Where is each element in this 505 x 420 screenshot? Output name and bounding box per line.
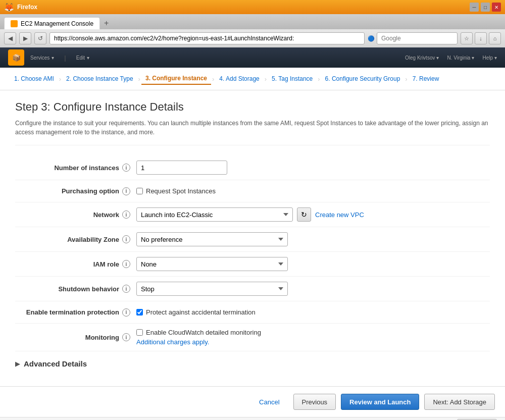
edit-menu[interactable]: Edit ▾	[76, 55, 89, 61]
forward-button[interactable]: ▶	[19, 32, 31, 44]
availability-zone-select[interactable]: No preference	[136, 232, 288, 246]
header-divider: |	[64, 54, 66, 62]
advanced-details-toggle[interactable]: ▶ Advanced Details	[15, 351, 490, 376]
region-menu[interactable]: N. Virginia ▾	[447, 55, 474, 61]
iam-role-label: IAM role i	[15, 260, 136, 268]
home-button[interactable]: ⌂	[489, 32, 501, 44]
advanced-triangle-icon: ▶	[15, 360, 20, 368]
iam-role-row: IAM role i None	[15, 252, 490, 277]
monitoring-label: Monitoring i	[15, 333, 136, 341]
termination-protection-label: Enable termination protection i	[15, 308, 136, 317]
number-of-instances-info-icon[interactable]: i	[122, 164, 130, 172]
number-of-instances-control	[136, 161, 490, 175]
download-button[interactable]: ↓	[475, 32, 487, 44]
iam-role-control: None	[136, 257, 490, 271]
search-input[interactable]	[377, 32, 458, 44]
network-control: Launch into EC2-Classic ↻ Create new VPC	[136, 207, 490, 222]
back-button[interactable]: ◀	[4, 32, 16, 44]
main-scroll-area: Step 3: Configure Instance Details Confi…	[0, 90, 505, 386]
availability-zone-control: No preference	[136, 232, 490, 246]
services-label: Services	[30, 55, 49, 61]
termination-protection-checkbox[interactable]	[136, 309, 143, 316]
user-menu[interactable]: Oleg Krivtsov ▾	[405, 55, 439, 61]
help-label: Help	[482, 55, 493, 61]
browser-tab-bar: EC2 Management Console +	[0, 14, 505, 29]
tab-favicon	[11, 20, 18, 27]
services-menu[interactable]: Services ▾	[30, 55, 54, 61]
user-arrow-icon: ▾	[436, 55, 439, 61]
region-name: N. Virginia	[447, 55, 470, 61]
spot-instances-checkbox-label[interactable]: Request Spot Instances	[136, 187, 216, 195]
network-info-icon[interactable]: i	[122, 211, 130, 219]
step-1[interactable]: 1. Choose AMI	[10, 73, 58, 84]
monitoring-info-icon[interactable]: i	[122, 333, 130, 341]
monitoring-checkbox-label[interactable]: Enable CloudWatch detailed monitoring	[136, 329, 261, 336]
cancel-button[interactable]: Cancel	[250, 394, 288, 410]
browser-tab[interactable]: EC2 Management Console	[4, 17, 100, 29]
create-vpc-link[interactable]: Create new VPC	[315, 211, 364, 219]
region-arrow-icon: ▾	[472, 55, 474, 61]
shutdown-behavior-row: Shutdown behavior i Stop Terminate	[15, 277, 490, 301]
step-6[interactable]: 6. Configure Security Group	[321, 73, 405, 84]
review-launch-button[interactable]: Review and Launch	[341, 394, 419, 410]
aws-logo: 📦	[8, 49, 24, 66]
network-select[interactable]: Launch into EC2-Classic	[136, 207, 293, 222]
browser-title: Firefox	[17, 4, 37, 11]
additional-charges-link[interactable]: Additional charges apply.	[136, 338, 261, 346]
footer-bar: Cancel Previous Review and Launch Next: …	[0, 386, 505, 417]
user-name: Oleg Krivtsov	[405, 55, 435, 61]
availability-zone-row: Availability Zone i No preference	[15, 227, 490, 252]
tab-title: EC2 Management Console	[21, 20, 93, 27]
purchasing-option-row: Purchasing option i Request Spot Instanc…	[15, 180, 490, 202]
spot-instances-label: Request Spot Instances	[146, 187, 216, 195]
monitoring-text: Enable CloudWatch detailed monitoring	[146, 329, 261, 336]
monitoring-row: Monitoring i Enable CloudWatch detailed …	[15, 324, 490, 351]
monitoring-checkbox[interactable]	[136, 329, 143, 336]
step-2[interactable]: 2. Choose Instance Type	[62, 73, 137, 84]
number-of-instances-input[interactable]	[136, 161, 227, 175]
network-row: Network i Launch into EC2-Classic ↻ Crea…	[15, 202, 490, 227]
status-bar: © 2008 - 2014, Amazon Web Services, Inc.…	[0, 417, 505, 420]
address-bar: ◀ ▶ ↺ 🔵 ☆ ↓ ⌂	[0, 29, 505, 47]
nav-icons: ☆ ↓ ⌂	[461, 32, 501, 44]
header-right: Oleg Krivtsov ▾ N. Virginia ▾ Help ▾	[405, 55, 497, 61]
termination-protection-row: Enable termination protection i Protect …	[15, 301, 490, 324]
termination-protection-text: Protect against accidental termination	[146, 308, 256, 316]
spot-instances-checkbox[interactable]	[136, 188, 143, 194]
help-arrow-icon: ▾	[494, 55, 497, 61]
shutdown-behavior-select[interactable]: Stop Terminate	[136, 282, 288, 296]
address-input[interactable]	[49, 32, 365, 44]
shutdown-behavior-control: Stop Terminate	[136, 282, 490, 296]
reload-button[interactable]: ↺	[34, 32, 46, 44]
step-5[interactable]: 5. Tag Instance	[268, 73, 317, 84]
maximize-button[interactable]: □	[481, 3, 490, 12]
purchasing-option-control: Request Spot Instances	[136, 187, 490, 195]
new-tab-button[interactable]: +	[100, 17, 113, 29]
help-menu[interactable]: Help ▾	[482, 55, 497, 61]
network-label: Network i	[15, 211, 136, 219]
availability-zone-info-icon[interactable]: i	[122, 235, 130, 243]
page-title: Step 3: Configure Instance Details	[15, 100, 490, 114]
purchasing-option-info-icon[interactable]: i	[122, 187, 130, 195]
step-4[interactable]: 4. Add Storage	[215, 73, 263, 84]
edit-arrow-icon: ▾	[87, 55, 89, 61]
iam-role-info-icon[interactable]: i	[122, 260, 130, 268]
iam-role-select[interactable]: None	[136, 257, 288, 271]
page-description: Configure the instance to suit your requ…	[15, 119, 490, 145]
browser-title-bar: 🦊 Firefox ─ □ ✕	[0, 0, 505, 14]
main-content: Step 3: Configure Instance Details Confi…	[0, 90, 505, 386]
network-refresh-button[interactable]: ↻	[297, 207, 311, 222]
termination-protection-info-icon[interactable]: i	[122, 308, 130, 317]
shutdown-behavior-label: Shutdown behavior i	[15, 285, 136, 293]
termination-protection-checkbox-label[interactable]: Protect against accidental termination	[136, 308, 256, 316]
previous-button[interactable]: Previous	[293, 394, 336, 410]
minimize-button[interactable]: ─	[470, 3, 479, 12]
step-7[interactable]: 7. Review	[409, 73, 443, 84]
wizard-steps: 1. Choose AMI › 2. Choose Instance Type …	[0, 68, 505, 90]
aws-header: 📦 Services ▾ | Edit ▾ Oleg Krivtsov ▾ N.…	[0, 47, 505, 68]
shutdown-behavior-info-icon[interactable]: i	[122, 285, 130, 293]
step-3[interactable]: 3. Configure Instance	[141, 73, 211, 85]
close-button[interactable]: ✕	[492, 3, 501, 12]
bookmark-button[interactable]: ☆	[461, 32, 473, 44]
next-button[interactable]: Next: Add Storage	[424, 394, 495, 410]
